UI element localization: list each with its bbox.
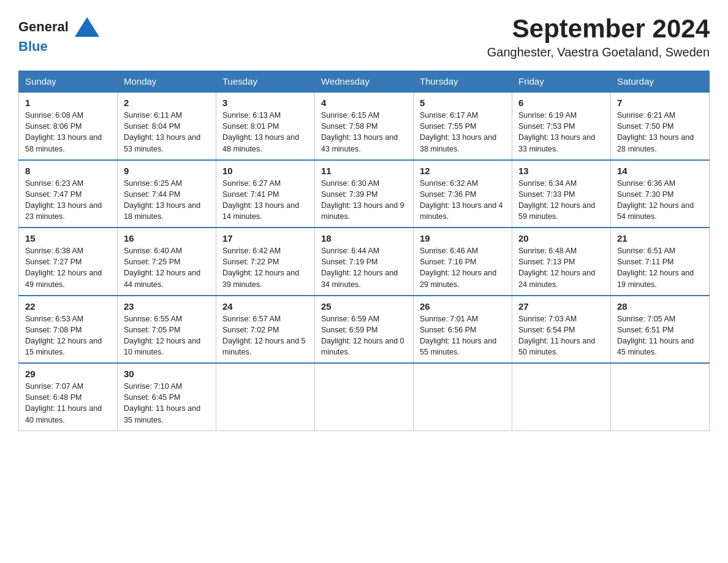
header-wednesday: Wednesday — [315, 71, 414, 93]
calendar-day-cell: 27Sunrise: 7:03 AM Sunset: 6:54 PM Dayli… — [512, 296, 611, 364]
logo-general-text: General — [18, 20, 69, 34]
day-number: 10 — [222, 166, 308, 176]
day-info: Sunrise: 6:38 AM Sunset: 7:27 PM Dayligh… — [25, 245, 111, 290]
header-monday: Monday — [118, 71, 216, 93]
logo-triangle-icon — [69, 15, 99, 39]
calendar-day-cell: 7Sunrise: 6:21 AM Sunset: 7:50 PM Daylig… — [611, 92, 710, 160]
calendar-day-cell — [216, 363, 315, 431]
calendar-week-row: 1Sunrise: 6:08 AM Sunset: 8:06 PM Daylig… — [19, 92, 710, 160]
day-info: Sunrise: 6:21 AM Sunset: 7:50 PM Dayligh… — [617, 110, 703, 155]
day-info: Sunrise: 7:10 AM Sunset: 6:45 PM Dayligh… — [124, 381, 210, 426]
day-number: 7 — [617, 98, 703, 108]
page-title: September 2024 — [487, 15, 710, 43]
header-thursday: Thursday — [414, 71, 512, 93]
page-header: General Blue September 2024 Ganghester, … — [18, 15, 710, 59]
calendar-day-cell: 12Sunrise: 6:32 AM Sunset: 7:36 PM Dayli… — [414, 160, 512, 228]
day-info: Sunrise: 7:07 AM Sunset: 6:48 PM Dayligh… — [25, 381, 111, 426]
calendar-table: Sunday Monday Tuesday Wednesday Thursday… — [18, 71, 710, 431]
calendar-day-cell: 2Sunrise: 6:11 AM Sunset: 8:04 PM Daylig… — [118, 92, 216, 160]
day-number: 2 — [124, 98, 210, 108]
day-number: 16 — [124, 233, 210, 243]
calendar-week-row: 8Sunrise: 6:23 AM Sunset: 7:47 PM Daylig… — [19, 160, 710, 228]
calendar-week-row: 22Sunrise: 6:53 AM Sunset: 7:08 PM Dayli… — [19, 296, 710, 364]
weekday-header-row: Sunday Monday Tuesday Wednesday Thursday… — [19, 71, 710, 93]
header-saturday: Saturday — [611, 71, 710, 93]
day-number: 30 — [124, 369, 210, 379]
day-number: 9 — [124, 166, 210, 176]
calendar-week-row: 15Sunrise: 6:38 AM Sunset: 7:27 PM Dayli… — [19, 228, 710, 296]
day-info: Sunrise: 6:48 AM Sunset: 7:13 PM Dayligh… — [518, 245, 604, 290]
calendar-week-row: 29Sunrise: 7:07 AM Sunset: 6:48 PM Dayli… — [19, 363, 710, 431]
day-number: 20 — [518, 233, 604, 243]
calendar-day-cell — [512, 363, 611, 431]
day-info: Sunrise: 6:17 AM Sunset: 7:55 PM Dayligh… — [420, 110, 506, 155]
logo: General Blue — [18, 15, 99, 54]
header-sunday: Sunday — [19, 71, 118, 93]
day-number: 12 — [420, 166, 506, 176]
day-info: Sunrise: 6:59 AM Sunset: 6:59 PM Dayligh… — [321, 313, 407, 358]
day-number: 18 — [321, 233, 407, 243]
calendar-header: Sunday Monday Tuesday Wednesday Thursday… — [19, 71, 710, 93]
header-friday: Friday — [512, 71, 611, 93]
day-number: 1 — [25, 98, 111, 108]
day-number: 8 — [25, 166, 111, 176]
day-info: Sunrise: 6:25 AM Sunset: 7:44 PM Dayligh… — [124, 178, 210, 223]
day-info: Sunrise: 7:01 AM Sunset: 6:56 PM Dayligh… — [420, 313, 506, 358]
calendar-day-cell: 22Sunrise: 6:53 AM Sunset: 7:08 PM Dayli… — [19, 296, 118, 364]
calendar-day-cell: 1Sunrise: 6:08 AM Sunset: 8:06 PM Daylig… — [19, 92, 118, 160]
day-info: Sunrise: 6:57 AM Sunset: 7:02 PM Dayligh… — [222, 313, 308, 358]
day-info: Sunrise: 6:15 AM Sunset: 7:58 PM Dayligh… — [321, 110, 407, 155]
day-number: 15 — [25, 233, 111, 243]
day-info: Sunrise: 6:27 AM Sunset: 7:41 PM Dayligh… — [222, 178, 308, 223]
calendar-day-cell — [611, 363, 710, 431]
day-number: 29 — [25, 369, 111, 379]
day-number: 11 — [321, 166, 407, 176]
calendar-day-cell: 19Sunrise: 6:46 AM Sunset: 7:16 PM Dayli… — [414, 228, 512, 296]
day-info: Sunrise: 6:34 AM Sunset: 7:33 PM Dayligh… — [518, 178, 604, 223]
logo-blue-text: Blue — [18, 39, 48, 54]
day-number: 24 — [222, 301, 308, 312]
calendar-day-cell: 29Sunrise: 7:07 AM Sunset: 6:48 PM Dayli… — [19, 363, 118, 431]
calendar-day-cell — [315, 363, 414, 431]
calendar-day-cell: 23Sunrise: 6:55 AM Sunset: 7:05 PM Dayli… — [118, 296, 216, 364]
header-tuesday: Tuesday — [216, 71, 315, 93]
calendar-day-cell: 24Sunrise: 6:57 AM Sunset: 7:02 PM Dayli… — [216, 296, 315, 364]
day-info: Sunrise: 6:23 AM Sunset: 7:47 PM Dayligh… — [25, 178, 111, 223]
calendar-day-cell: 5Sunrise: 6:17 AM Sunset: 7:55 PM Daylig… — [414, 92, 512, 160]
calendar-day-cell: 16Sunrise: 6:40 AM Sunset: 7:25 PM Dayli… — [118, 228, 216, 296]
day-number: 28 — [617, 301, 703, 312]
day-info: Sunrise: 6:46 AM Sunset: 7:16 PM Dayligh… — [420, 245, 506, 290]
day-info: Sunrise: 7:03 AM Sunset: 6:54 PM Dayligh… — [518, 313, 604, 358]
calendar-day-cell: 13Sunrise: 6:34 AM Sunset: 7:33 PM Dayli… — [512, 160, 611, 228]
day-info: Sunrise: 6:44 AM Sunset: 7:19 PM Dayligh… — [321, 245, 407, 290]
day-info: Sunrise: 6:53 AM Sunset: 7:08 PM Dayligh… — [25, 313, 111, 358]
calendar-day-cell: 4Sunrise: 6:15 AM Sunset: 7:58 PM Daylig… — [315, 92, 414, 160]
day-number: 26 — [420, 301, 506, 312]
calendar-day-cell: 17Sunrise: 6:42 AM Sunset: 7:22 PM Dayli… — [216, 228, 315, 296]
day-info: Sunrise: 6:11 AM Sunset: 8:04 PM Dayligh… — [124, 110, 210, 155]
day-number: 14 — [617, 166, 703, 176]
calendar-day-cell: 8Sunrise: 6:23 AM Sunset: 7:47 PM Daylig… — [19, 160, 118, 228]
calendar-day-cell: 9Sunrise: 6:25 AM Sunset: 7:44 PM Daylig… — [118, 160, 216, 228]
calendar-day-cell: 3Sunrise: 6:13 AM Sunset: 8:01 PM Daylig… — [216, 92, 315, 160]
svg-marker-0 — [75, 17, 99, 37]
day-info: Sunrise: 6:36 AM Sunset: 7:30 PM Dayligh… — [617, 178, 703, 223]
day-number: 19 — [420, 233, 506, 243]
calendar-body: 1Sunrise: 6:08 AM Sunset: 8:06 PM Daylig… — [19, 92, 710, 431]
day-number: 17 — [222, 233, 308, 243]
calendar-day-cell — [414, 363, 512, 431]
day-number: 25 — [321, 301, 407, 312]
day-info: Sunrise: 6:40 AM Sunset: 7:25 PM Dayligh… — [124, 245, 210, 290]
day-number: 23 — [124, 301, 210, 312]
calendar-day-cell: 20Sunrise: 6:48 AM Sunset: 7:13 PM Dayli… — [512, 228, 611, 296]
day-info: Sunrise: 6:30 AM Sunset: 7:39 PM Dayligh… — [321, 178, 407, 223]
day-info: Sunrise: 6:19 AM Sunset: 7:53 PM Dayligh… — [518, 110, 604, 155]
day-info: Sunrise: 6:13 AM Sunset: 8:01 PM Dayligh… — [222, 110, 308, 155]
calendar-day-cell: 30Sunrise: 7:10 AM Sunset: 6:45 PM Dayli… — [118, 363, 216, 431]
day-number: 3 — [222, 98, 308, 108]
calendar-day-cell: 15Sunrise: 6:38 AM Sunset: 7:27 PM Dayli… — [19, 228, 118, 296]
day-number: 22 — [25, 301, 111, 312]
calendar-day-cell: 25Sunrise: 6:59 AM Sunset: 6:59 PM Dayli… — [315, 296, 414, 364]
day-info: Sunrise: 6:08 AM Sunset: 8:06 PM Dayligh… — [25, 110, 111, 155]
day-number: 13 — [518, 166, 604, 176]
